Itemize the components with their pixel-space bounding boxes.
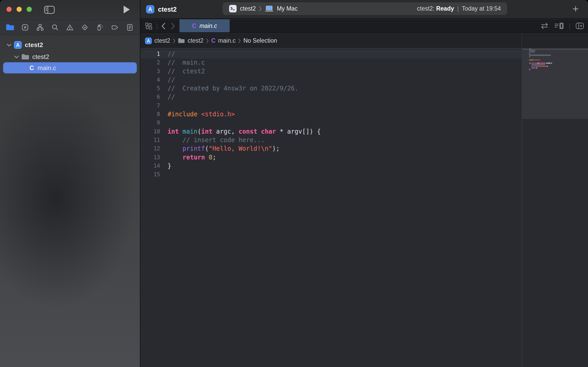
minimap-bar-line-6 (529, 56, 530, 57)
status-time: Today at 19:54 (462, 5, 501, 12)
tree-row-group[interactable]: ctest2 (0, 51, 140, 62)
divider (157, 23, 157, 29)
breadcrumb-file[interactable]: main.c (218, 37, 236, 44)
sidebar-toolbar (0, 0, 140, 20)
minimap-bar-line-10 (537, 63, 540, 64)
line-number: 3 (140, 67, 160, 76)
minimap-bar-line-3 (529, 51, 535, 53)
minimap-bar-line-4 (529, 53, 530, 54)
minimap[interactable] (522, 33, 588, 367)
minimap-bar-line-10 (546, 63, 547, 64)
tests-icon[interactable] (80, 22, 90, 33)
code-line-10[interactable]: 10int main(int argc, const char * argv[]… (140, 127, 522, 136)
minimap-bar-line-10 (551, 63, 552, 64)
scheme-name[interactable]: ctest2 (240, 5, 256, 12)
code-line-8[interactable]: 8#include <stdio.h> (140, 110, 522, 119)
line-number: 5 (140, 84, 160, 93)
tab-bar: C main.c (140, 19, 588, 33)
code-line-4[interactable]: 4// (140, 76, 522, 84)
run-destination[interactable]: My Mac (277, 5, 298, 12)
project-app-icon (14, 41, 22, 49)
c-file-icon: C (211, 37, 216, 44)
minimize-button[interactable] (17, 7, 22, 12)
minimap-bar-line-5 (529, 55, 551, 56)
tree-row-project[interactable]: ctest2 (0, 40, 140, 50)
disclosure-triangle-icon[interactable] (7, 43, 11, 47)
tree-row-file-selected[interactable]: C main.c (3, 62, 137, 73)
minimap-bar-line-13 (531, 67, 535, 69)
code-text: // (168, 76, 175, 83)
code-line-12[interactable]: 12 printf("Hello, World!\n"); (140, 144, 522, 153)
tab-main-c[interactable]: C main.c (179, 19, 230, 32)
library-add-button[interactable]: + (569, 3, 582, 15)
scheme-status-pill[interactable]: ctest2 My Mac ctest2: Ready | Today at 1… (223, 2, 507, 15)
line-number: 9 (140, 119, 160, 127)
code-line-3[interactable]: 3// ctest2 (140, 67, 522, 76)
add-editor-icon[interactable] (576, 22, 584, 29)
debug-icon[interactable] (95, 22, 105, 33)
tab-overview-icon[interactable] (145, 22, 152, 30)
chevron-right-icon (206, 38, 209, 44)
breadcrumb-project[interactable]: ctest2 (154, 37, 170, 44)
go-back-icon[interactable] (161, 22, 165, 30)
navigator-sidebar: ctest2 ctest2 C main.c (0, 0, 140, 367)
my-mac-icon (265, 6, 274, 12)
line-number: 11 (140, 136, 160, 144)
window-title: ctest2 (158, 6, 177, 13)
status-state: Ready (436, 5, 454, 12)
code-line-7[interactable]: 7 (140, 102, 522, 110)
scheme-icon (229, 5, 237, 13)
tree-file-label: main.c (37, 64, 56, 72)
line-number: 2 (140, 58, 160, 67)
close-button[interactable] (6, 7, 12, 12)
line-number: 4 (140, 76, 160, 84)
chevron-right-icon (173, 38, 175, 44)
run-button[interactable] (124, 6, 130, 13)
code-text: // ctest2 (168, 68, 205, 75)
code-line-5[interactable]: 5// Created by 4nsw3r on 2022/9/26. (140, 84, 522, 93)
code-text: int main(int argc, const char * argv[]) … (168, 128, 321, 135)
code-lines: 1//2// main.c3// ctest24//5// Created by… (140, 49, 522, 179)
breadcrumb-group[interactable]: ctest2 (187, 37, 203, 44)
code-line-2[interactable]: 2// main.c (140, 58, 522, 67)
source-control-icon[interactable] (20, 22, 30, 33)
line-number: 6 (140, 93, 160, 101)
toggle-sidebar-icon[interactable] (44, 6, 55, 14)
line-number: 7 (140, 102, 160, 110)
chevron-right-icon (259, 6, 262, 12)
code-text: // insert code here... (168, 136, 265, 144)
minimap-gutter-top (522, 33, 588, 48)
project-navigator-icon[interactable] (5, 22, 15, 33)
reports-icon[interactable] (125, 22, 135, 33)
code-line-11[interactable]: 11 // insert code here... (140, 136, 522, 144)
source-editor[interactable]: 1//2// main.c3// ctest24//5// Created by… (140, 49, 522, 367)
line-number: 15 (140, 170, 160, 179)
zoom-button[interactable] (27, 7, 32, 12)
code-line-15[interactable]: 15 (140, 170, 522, 179)
minimap-bar-line-10 (540, 63, 545, 64)
code-review-icon[interactable] (540, 22, 549, 29)
code-line-1[interactable]: 1// (140, 50, 522, 58)
project-app-icon (145, 37, 152, 44)
go-forward-icon[interactable] (171, 22, 175, 30)
minimap-bar-line-10 (547, 63, 551, 64)
main-toolbar: ctest2 ctest2 My Mac ctest2: Ready | (140, 0, 588, 19)
find-icon[interactable] (50, 22, 60, 33)
adjust-editor-options-icon[interactable] (554, 22, 564, 29)
tree-group-label: ctest2 (32, 53, 49, 60)
code-line-6[interactable]: 6// (140, 93, 522, 101)
minimap-bar-line-1 (530, 48, 531, 50)
line-number: 14 (140, 162, 160, 170)
issues-icon[interactable] (65, 22, 75, 33)
c-file-icon: C (192, 22, 197, 29)
navigator-tab-bar (0, 20, 140, 35)
code-line-9[interactable]: 9 (140, 119, 522, 127)
code-text: } (168, 162, 171, 170)
symbols-icon[interactable] (35, 22, 45, 33)
code-text: // Created by 4nsw3r on 2022/9/26. (168, 85, 298, 92)
disclosure-triangle-icon[interactable] (14, 55, 19, 58)
breadcrumb-selection[interactable]: No Selection (243, 37, 277, 44)
code-line-14[interactable]: 14} (140, 162, 522, 170)
breakpoints-icon[interactable] (110, 22, 120, 33)
code-line-13[interactable]: 13 return 0; (140, 153, 522, 162)
